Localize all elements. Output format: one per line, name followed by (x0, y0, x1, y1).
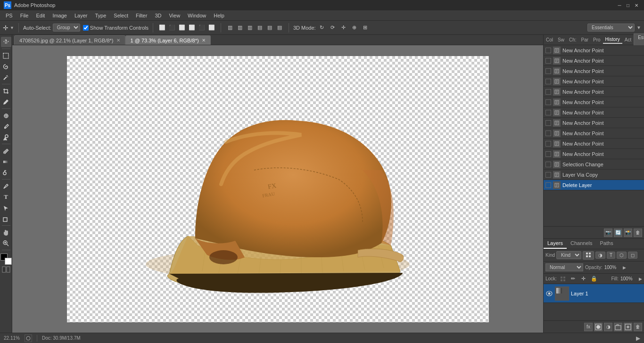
dist-center-v-btn[interactable]: ▤ (265, 23, 274, 33)
tab-close-1[interactable]: ✕ (116, 38, 120, 43)
filter-adj-btn[interactable]: ◑ (595, 252, 605, 259)
filter-smart-btn[interactable]: ◻ (628, 252, 637, 259)
3d-pan-btn[interactable]: ✛ (339, 23, 348, 33)
menu-type[interactable]: Type (91, 12, 110, 19)
quick-mask-btn[interactable] (1, 265, 11, 274)
tab-close-2[interactable]: ✕ (202, 38, 206, 43)
history-list[interactable]: New Anchor Point New Anchor Point New An… (544, 45, 644, 226)
blend-mode-dropdown[interactable]: Normal Multiply Screen (545, 263, 583, 271)
history-checkbox[interactable] (545, 162, 551, 167)
history-item-4[interactable]: New Anchor Point (544, 87, 644, 97)
layers-list[interactable]: Layer 1 (544, 284, 644, 320)
history-item-1[interactable]: New Anchor Point (544, 56, 644, 66)
layers-tab-layers[interactable]: Layers (544, 239, 567, 249)
history-checkbox[interactable] (545, 58, 551, 64)
history-snapshot-btn[interactable]: 📷 (604, 229, 612, 237)
tab-2[interactable]: 1 @ 73.3% (Layer 6, RGB/8*) ✕ (125, 35, 211, 45)
lock-position-btn[interactable]: ✛ (579, 275, 588, 283)
align-center-h-btn[interactable]: ⬛ (167, 23, 177, 33)
history-checkbox[interactable] (545, 79, 551, 84)
close-button[interactable]: ✕ (633, 1, 640, 9)
hand-tool[interactable] (1, 227, 11, 237)
filter-pixel-btn[interactable] (583, 251, 594, 260)
show-transform-checkbox[interactable] (83, 25, 89, 31)
kind-dropdown[interactable]: Kind (556, 251, 581, 259)
dodge-tool[interactable] (1, 167, 11, 178)
history-checkbox[interactable] (545, 182, 551, 188)
history-new-doc-btn[interactable]: 🔄 (614, 229, 622, 237)
layer-new-btn[interactable] (624, 323, 632, 331)
brush-tool[interactable] (1, 121, 11, 131)
history-item-9[interactable]: New Anchor Point (544, 139, 644, 149)
history-camera-btn[interactable]: 📸 (624, 229, 632, 237)
history-item-2[interactable]: New Anchor Point (544, 66, 644, 76)
history-checkbox[interactable] (545, 99, 551, 105)
layer-adjustment-btn[interactable]: ◑ (604, 323, 612, 331)
history-checkbox[interactable] (545, 120, 551, 126)
lock-all-btn[interactable]: 🔒 (590, 275, 598, 283)
lock-image-btn[interactable]: ✏ (569, 275, 578, 283)
magic-wand-tool[interactable] (1, 72, 11, 82)
history-item-8[interactable]: New Anchor Point (544, 128, 644, 139)
history-checkbox[interactable] (545, 110, 551, 115)
history-delete-btn[interactable]: 🗑 (634, 229, 642, 237)
align-left-btn[interactable]: ⬜ (157, 23, 167, 33)
menu-window[interactable]: Window (184, 12, 210, 19)
status-arrow[interactable]: ▶ (636, 335, 640, 342)
history-item-5[interactable]: New Anchor Point (544, 97, 644, 107)
essentials-dropdown[interactable]: Essentials (587, 24, 635, 32)
menu-view[interactable]: View (165, 12, 184, 19)
3d-scale-btn[interactable]: ⊞ (361, 23, 370, 33)
menu-ps[interactable]: PS (2, 12, 17, 19)
3d-slide-btn[interactable]: ⊕ (350, 23, 359, 33)
menu-select[interactable]: Select (110, 12, 132, 19)
text-tool[interactable]: T (1, 192, 11, 202)
menu-help[interactable]: Help (210, 12, 228, 19)
history-item-13[interactable]: Delete Layer (544, 180, 644, 190)
panel-tab-sw[interactable]: Sw (555, 36, 567, 43)
auto-select-dropdown[interactable]: Group Layer (53, 24, 80, 32)
layer-group-btn[interactable] (614, 323, 622, 331)
panel-tab-col[interactable]: Col (544, 36, 555, 43)
lasso-tool[interactable] (1, 61, 11, 72)
layers-tab-channels[interactable]: Channels (567, 239, 596, 249)
color-swatch[interactable] (0, 253, 12, 265)
layer-delete-btn[interactable]: 🗑 (634, 323, 642, 331)
eraser-tool[interactable] (1, 146, 11, 156)
history-checkbox[interactable] (545, 151, 551, 157)
background-color[interactable] (5, 258, 12, 265)
filter-shape-btn[interactable]: ⬡ (617, 252, 627, 259)
eyedropper-tool[interactable] (1, 97, 11, 107)
history-checkbox[interactable] (545, 172, 551, 178)
menu-edit[interactable]: Edit (32, 12, 49, 19)
align-center-v-btn[interactable]: ⬛ (197, 23, 206, 33)
canvas-wrapper[interactable]: FX FRAU (12, 45, 543, 333)
zoom-tool[interactable] (1, 238, 11, 248)
clone-stamp-tool[interactable] (1, 132, 11, 142)
history-item-12[interactable]: Layer Via Copy (544, 170, 644, 180)
menu-3d[interactable]: 3D (151, 12, 165, 19)
history-checkbox[interactable] (545, 68, 551, 74)
history-item-11[interactable]: Selection Change (544, 159, 644, 170)
align-right-btn[interactable]: ⬜ (177, 23, 187, 33)
3d-roll-btn[interactable]: ⟳ (328, 23, 338, 33)
panel-tab-par[interactable]: Par (578, 36, 591, 43)
move-tool[interactable] (1, 37, 11, 47)
essentials-button[interactable]: Essentials ▼ (634, 33, 644, 47)
panel-tab-pro[interactable]: Pro (591, 36, 603, 43)
history-item-3[interactable]: New Anchor Point (544, 76, 644, 87)
pen-tool[interactable] (1, 181, 11, 191)
shape-tool[interactable] (1, 213, 11, 224)
menu-image[interactable]: Image (49, 12, 71, 19)
panel-tab-act[interactable]: Act (622, 36, 634, 43)
opacity-value[interactable]: 100% (604, 265, 621, 270)
align-bottom-btn[interactable]: ⬜ (207, 23, 216, 33)
history-checkbox[interactable] (545, 89, 551, 95)
restore-button[interactable]: □ (624, 1, 632, 9)
history-checkbox[interactable] (545, 131, 551, 136)
crop-tool[interactable] (1, 86, 11, 96)
layer-fx-btn[interactable]: fx (584, 323, 593, 331)
panel-tab-history[interactable]: History (603, 36, 622, 44)
menu-layer[interactable]: Layer (71, 12, 91, 19)
dist-bottom-btn[interactable]: ▤ (275, 23, 284, 33)
